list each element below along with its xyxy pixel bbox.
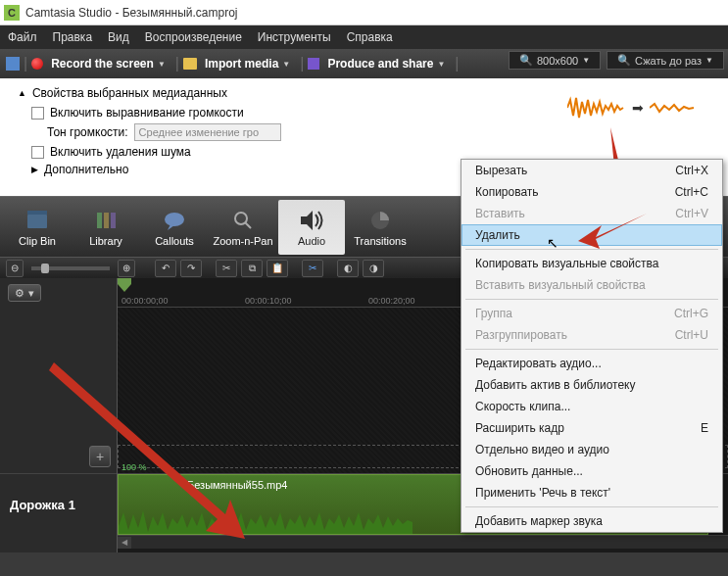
redo-button[interactable]: ↷ bbox=[180, 260, 202, 277]
context-menu-item[interactable]: Расширить кадрE bbox=[461, 417, 722, 439]
context-menu-item[interactable]: Редактировать аудио... bbox=[461, 353, 722, 374]
context-menu-item[interactable]: Отдельно видео и аудио bbox=[461, 439, 722, 460]
context-menu-item[interactable]: Обновить данные... bbox=[461, 460, 722, 482]
copy-button[interactable]: ⧉ bbox=[241, 260, 263, 277]
transitions-icon bbox=[367, 208, 393, 233]
folder-icon bbox=[183, 58, 197, 70]
annotation-arrow-icon bbox=[49, 362, 245, 539]
noise-removal-checkbox[interactable] bbox=[31, 146, 44, 159]
app-logo-icon: C bbox=[4, 5, 20, 21]
share-icon bbox=[308, 58, 319, 70]
tab-label: Clip Bin bbox=[19, 235, 56, 247]
zoom-display[interactable]: 🔍800x600▼ bbox=[509, 51, 601, 70]
record-icon bbox=[31, 58, 43, 70]
tab-clip-bin[interactable]: Clip Bin bbox=[4, 200, 71, 255]
timeline-settings-button[interactable]: ⚙ ▾ bbox=[8, 284, 41, 302]
context-menu-item[interactable]: Применить 'Речь в текст' bbox=[461, 482, 722, 504]
expand-icon[interactable]: ▶ bbox=[31, 165, 38, 174]
chevron-down-icon: ▼ bbox=[158, 60, 166, 69]
svg-rect-1 bbox=[27, 211, 47, 215]
record-screen-button[interactable]: Record the screen▼ bbox=[45, 55, 171, 72]
props-title: Свойства выбранных медиаданных bbox=[32, 86, 227, 100]
search-icon: 🔍 bbox=[617, 54, 631, 67]
paste-button[interactable]: 📋 bbox=[267, 260, 288, 277]
context-menu-item: Вставить визуальный свойства bbox=[461, 274, 722, 296]
tab-audio[interactable]: Audio bbox=[278, 200, 345, 255]
volume-leveling-checkbox[interactable] bbox=[31, 107, 44, 120]
preview-toolbar: 🔍800x600▼ 🔍Сжать до раз▼ bbox=[509, 51, 724, 70]
context-menu-item[interactable]: Скорость клипа... bbox=[461, 396, 722, 417]
tab-transitions[interactable]: Transitions bbox=[347, 200, 413, 255]
split-button[interactable]: ✂ bbox=[302, 260, 323, 277]
svg-point-5 bbox=[165, 213, 184, 226]
tool-a-button[interactable]: ◐ bbox=[337, 260, 359, 277]
tone-select[interactable]: Среднее изменение гро bbox=[134, 123, 281, 141]
menu-edit[interactable]: Правка bbox=[53, 30, 93, 44]
zoom-slider[interactable] bbox=[31, 266, 110, 270]
speaker-icon bbox=[299, 208, 324, 233]
menu-view[interactable]: Вид bbox=[108, 30, 129, 44]
ruler-time: 00:00:20;00 bbox=[368, 296, 415, 306]
tab-callouts[interactable]: Callouts bbox=[141, 200, 208, 255]
tool-b-button[interactable]: ◑ bbox=[363, 260, 384, 277]
context-menu-item[interactable]: Добавить актив в библиотеку bbox=[461, 374, 722, 396]
import-media-button[interactable]: Import media▼ bbox=[199, 55, 296, 72]
save-icon[interactable] bbox=[6, 57, 20, 71]
ruler-time: 00:00:10;00 bbox=[245, 296, 292, 306]
svg-rect-2 bbox=[97, 213, 102, 228]
cursor-icon: ↖ bbox=[547, 235, 558, 251]
context-menu-item[interactable]: КопироватьCtrl+C bbox=[461, 181, 722, 203]
menubar: Файл Правка Вид Воспроизведение Инструме… bbox=[0, 25, 728, 49]
clip-bin-icon bbox=[24, 208, 50, 233]
zoom-in-button[interactable]: ⊕ bbox=[118, 260, 135, 277]
svg-rect-0 bbox=[27, 215, 47, 228]
window-title: Camtasia Studio - Безымянный.camproj bbox=[25, 6, 237, 20]
playhead-icon[interactable] bbox=[118, 278, 131, 290]
chevron-down-icon: ▼ bbox=[282, 60, 290, 69]
zoom-icon bbox=[230, 208, 256, 233]
produce-share-button[interactable]: Produce and share▼ bbox=[321, 55, 451, 72]
noise-removal-label: Включить удаления шума bbox=[50, 145, 191, 159]
advanced-label: Дополнительно bbox=[44, 163, 128, 176]
menu-tools[interactable]: Инструменты bbox=[258, 30, 331, 44]
context-menu-item: РазгруппироватьCtrl+U bbox=[461, 324, 722, 346]
search-icon: 🔍 bbox=[519, 54, 533, 67]
volume-leveling-label: Включить выравнивание громкости bbox=[50, 106, 244, 120]
svg-line-7 bbox=[245, 222, 251, 228]
context-menu-item[interactable]: Добавить маркер звука bbox=[461, 510, 722, 532]
context-menu-item[interactable]: Копировать визуальные свойства bbox=[461, 253, 722, 274]
zoom-out-button[interactable]: ⊖ bbox=[6, 260, 24, 277]
library-icon bbox=[93, 208, 119, 233]
tone-label: Тон громкости: bbox=[47, 125, 128, 139]
svg-rect-3 bbox=[104, 213, 109, 228]
tab-label: Audio bbox=[298, 235, 325, 247]
tab-label: Library bbox=[89, 235, 122, 247]
tab-label: Transitions bbox=[354, 235, 406, 247]
waveform-demo-icon: ➡ bbox=[567, 96, 699, 120]
menu-help[interactable]: Справка bbox=[347, 30, 393, 44]
annotation-arrow-icon bbox=[578, 214, 647, 249]
undo-button[interactable]: ↶ bbox=[155, 260, 176, 277]
callouts-icon bbox=[162, 208, 187, 233]
menu-playback[interactable]: Воспроизведение bbox=[145, 30, 242, 44]
tab-zoom-n-pan[interactable]: Zoom-n-Pan bbox=[210, 200, 276, 255]
titlebar: C Camtasia Studio - Безымянный.camproj bbox=[0, 0, 728, 25]
context-menu-item[interactable]: ВырезатьCtrl+X bbox=[461, 160, 722, 181]
menu-file[interactable]: Файл bbox=[8, 30, 37, 44]
cut-button[interactable]: ✂ bbox=[216, 260, 237, 277]
tab-library[interactable]: Library bbox=[73, 200, 139, 255]
svg-rect-4 bbox=[111, 213, 116, 228]
shrink-display[interactable]: 🔍Сжать до раз▼ bbox=[607, 51, 724, 70]
tab-label: Zoom-n-Pan bbox=[213, 235, 272, 247]
chevron-down-icon: ▼ bbox=[437, 60, 445, 69]
context-menu-item: ГруппаCtrl+G bbox=[461, 303, 722, 324]
collapse-icon[interactable]: ▲ bbox=[18, 88, 26, 98]
tab-label: Callouts bbox=[155, 235, 194, 247]
ruler-time: 00:00:00;00 bbox=[121, 296, 169, 306]
